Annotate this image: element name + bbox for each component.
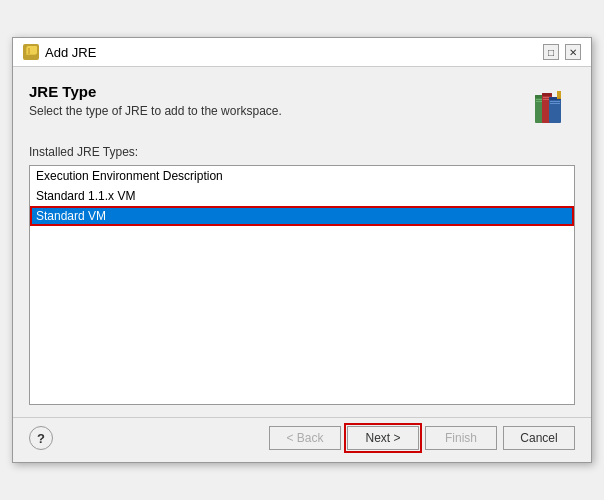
minimize-button[interactable]: □ bbox=[543, 44, 559, 60]
svg-rect-15 bbox=[550, 103, 560, 104]
title-bar: Add JRE □ ✕ bbox=[13, 38, 591, 67]
next-button[interactable]: Next > bbox=[347, 426, 419, 450]
list-item[interactable]: Standard 1.1.x VM bbox=[30, 186, 574, 206]
dialog-content: JRE Type Select the type of JRE to add t… bbox=[13, 67, 591, 417]
back-button[interactable]: < Back bbox=[269, 426, 341, 450]
svg-rect-12 bbox=[549, 97, 561, 123]
cancel-button[interactable]: Cancel bbox=[503, 426, 575, 450]
button-bar-right: < Back Next > Finish Cancel bbox=[269, 426, 575, 450]
add-jre-dialog: Add JRE □ ✕ JRE Type Select the type of … bbox=[12, 37, 592, 463]
svg-rect-9 bbox=[542, 93, 552, 96]
dialog-icon bbox=[23, 44, 39, 60]
button-bar-left: ? bbox=[29, 426, 53, 450]
list-section-label: Installed JRE Types: bbox=[29, 145, 575, 159]
help-button[interactable]: ? bbox=[29, 426, 53, 450]
title-bar-controls: □ ✕ bbox=[543, 44, 581, 60]
section-description: Select the type of JRE to add to the wor… bbox=[29, 104, 282, 118]
jre-types-list[interactable]: Execution Environment Description Standa… bbox=[29, 165, 575, 405]
finish-button[interactable]: Finish bbox=[425, 426, 497, 450]
dialog-title: Add JRE bbox=[45, 45, 96, 60]
header-text: JRE Type Select the type of JRE to add t… bbox=[29, 83, 282, 118]
button-bar: ? < Back Next > Finish Cancel bbox=[13, 417, 591, 462]
header-section: JRE Type Select the type of JRE to add t… bbox=[29, 83, 575, 131]
title-bar-left: Add JRE bbox=[23, 44, 96, 60]
books-icon bbox=[527, 83, 575, 131]
list-item[interactable]: Execution Environment Description bbox=[30, 166, 574, 186]
list-item-standard-vm[interactable]: Standard VM bbox=[30, 206, 574, 226]
close-button[interactable]: ✕ bbox=[565, 44, 581, 60]
section-title: JRE Type bbox=[29, 83, 282, 100]
svg-rect-14 bbox=[550, 101, 560, 102]
